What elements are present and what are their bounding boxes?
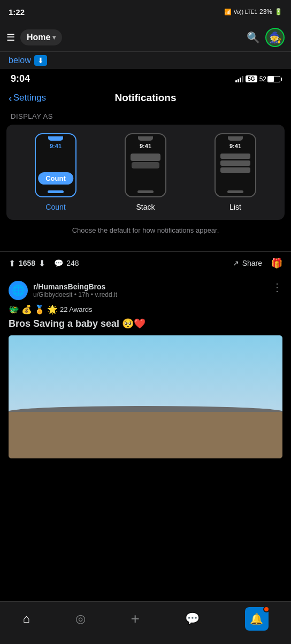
awards-count: 22 Awards xyxy=(60,305,92,313)
list-notif-2 xyxy=(220,160,250,166)
stack-phone-bottom-bar xyxy=(137,190,154,193)
back-chevron-icon: ‹ xyxy=(9,92,12,104)
home-label: Home xyxy=(27,33,50,42)
battery-icon: 🔋 xyxy=(274,8,282,16)
bottom-nav: ⌂ ◎ + 💬 🔔 xyxy=(0,601,291,644)
ground-area xyxy=(9,412,282,458)
battery-icon xyxy=(267,76,280,82)
award-icon[interactable]: 🎁 xyxy=(271,257,282,269)
nav-item-explore[interactable]: ◎ xyxy=(75,612,86,626)
search-icon[interactable]: 🔍 xyxy=(247,31,260,44)
list-notif-1 xyxy=(220,154,250,159)
stack-phone-time: 9:41 xyxy=(140,143,151,149)
settings-header: ‹ Settings Notifications xyxy=(0,87,291,112)
display-option-list[interactable]: 9:41 List xyxy=(215,133,256,211)
post-details: u/Gibbydoesit • 17h • v.redd.it xyxy=(33,291,117,298)
phone-status-bar: 9:04 5G 52 xyxy=(0,69,291,87)
share-label: Share xyxy=(242,259,262,267)
downvote-icon[interactable]: ⬇ xyxy=(39,258,45,269)
avatar[interactable]: 🧙 xyxy=(265,28,285,47)
app-status-time: 1:22 xyxy=(9,7,25,17)
list-label: List xyxy=(229,203,241,211)
phone-bottom-bar xyxy=(48,190,64,193)
list-phone-time: 9:41 xyxy=(229,143,241,149)
award-2: 💰 xyxy=(21,304,32,315)
notifications-nav-icon-container: 🔔 xyxy=(245,607,269,631)
back-button[interactable]: ‹ Settings xyxy=(9,92,46,104)
more-button[interactable]: ⋮ xyxy=(272,281,282,294)
subreddit-icon[interactable]: 🌐 xyxy=(9,281,28,300)
battery-pct-text: 52 xyxy=(259,75,266,83)
notifications-modal: ‹ Settings Notifications DISPLAY AS 9:41… xyxy=(0,87,291,247)
list-phone-mockup: 9:41 xyxy=(215,133,256,197)
stack-label: Stack xyxy=(136,203,155,211)
page-title: Notifications xyxy=(114,92,176,104)
comment-count: 248 xyxy=(66,259,79,267)
count-badge: Count xyxy=(38,172,73,185)
award-4: 🌟 xyxy=(47,304,58,315)
comment-group[interactable]: 💬 248 xyxy=(54,259,79,267)
award-1: 🐲 xyxy=(9,304,19,315)
home-button[interactable]: Home ▾ xyxy=(20,29,62,45)
hamburger-icon[interactable]: ☰ xyxy=(6,32,15,43)
post-image[interactable] xyxy=(9,335,282,458)
partial-banner: below ⬇ xyxy=(0,52,291,69)
add-nav-icon: + xyxy=(131,610,139,627)
upvote-count: 1658 xyxy=(19,259,35,267)
stack-notif-1 xyxy=(131,154,160,161)
home-chevron-icon: ▾ xyxy=(52,34,56,41)
avatar-emoji: 🧙 xyxy=(269,31,282,44)
display-as-label: DISPLAY AS xyxy=(0,112,291,125)
nav-item-notifications[interactable]: 🔔 xyxy=(245,607,269,631)
notification-badge xyxy=(263,606,270,612)
phone-top-bar xyxy=(48,136,63,141)
display-option-stack[interactable]: 9:41 Stack xyxy=(125,133,166,211)
display-options: 9:41 Count Count 9:41 Stack xyxy=(11,133,280,211)
list-phone-top-bar xyxy=(228,136,243,141)
post-domain[interactable]: v.redd.it xyxy=(95,291,117,298)
share-icon: ↗ xyxy=(233,259,239,267)
count-phone-time: 9:41 xyxy=(50,143,62,149)
action-bar: ⬆ 1658 ⬇ 💬 248 ↗ Share 🎁 xyxy=(0,252,291,274)
subreddit-name[interactable]: r/HumansBeingBros xyxy=(33,282,117,291)
comment-icon: 💬 xyxy=(54,259,63,267)
nav-item-home[interactable]: ⌂ xyxy=(22,612,29,626)
post-info: r/HumansBeingBros u/Gibbydoesit • 17h • … xyxy=(33,282,117,298)
upvote-icon[interactable]: ⬆ xyxy=(9,258,16,269)
display-as-card: 9:41 Count Count 9:41 Stack xyxy=(6,125,285,220)
stack-phone-mockup: 9:41 xyxy=(125,133,166,197)
banner-arrow-icon[interactable]: ⬇ xyxy=(34,55,47,66)
post-age: 17h xyxy=(78,291,89,298)
battery-text: 23% xyxy=(259,8,272,16)
signal-bars-icon xyxy=(235,76,243,82)
post-user[interactable]: u/Gibbydoesit xyxy=(33,291,72,298)
phone-status-right: 5G 52 xyxy=(235,75,280,83)
nav-item-add[interactable]: + xyxy=(131,610,139,627)
explore-nav-icon: ◎ xyxy=(75,612,86,626)
back-label: Settings xyxy=(13,93,46,103)
post-title[interactable]: Bros Saving a baby seal 🥺❤️ xyxy=(9,318,282,330)
count-label: Count xyxy=(45,203,65,211)
vote-group: ⬆ 1658 ⬇ xyxy=(9,258,45,269)
bell-icon: 🔔 xyxy=(250,612,263,625)
signal-icon: 📶 xyxy=(224,9,232,16)
nav-item-chat[interactable]: 💬 xyxy=(185,612,200,626)
share-group[interactable]: ↗ Share xyxy=(233,259,262,267)
reddit-section: ⬆ 1658 ⬇ 💬 248 ↗ Share 🎁 🌐 r/HumansBeing… xyxy=(0,251,291,458)
phone-time: 9:04 xyxy=(11,73,30,85)
battery-badge: 52 xyxy=(259,75,280,83)
app-status-right: 📶 Vo)) LTE1 23% 🔋 xyxy=(224,8,282,16)
chat-nav-icon: 💬 xyxy=(185,612,200,626)
home-nav-icon: ⌂ xyxy=(22,612,29,626)
app-status-bar: 1:22 📶 Vo)) LTE1 23% 🔋 xyxy=(0,0,291,24)
stack-phone-top-bar xyxy=(138,136,153,141)
list-notif-3 xyxy=(220,167,250,173)
display-caption: Choose the default for how notifications… xyxy=(0,220,291,236)
header-right: 🔍 🧙 xyxy=(247,28,285,47)
app-header: ☰ Home ▾ 🔍 🧙 xyxy=(0,24,291,52)
awards-row: 🐲 💰 🏅 🌟 22 Awards xyxy=(9,304,282,315)
post-meta: 🌐 r/HumansBeingBros u/Gibbydoesit • 17h … xyxy=(9,281,282,300)
stack-notif-2 xyxy=(132,162,159,168)
display-option-count[interactable]: 9:41 Count Count xyxy=(35,133,76,211)
sky-gradient xyxy=(9,335,282,416)
